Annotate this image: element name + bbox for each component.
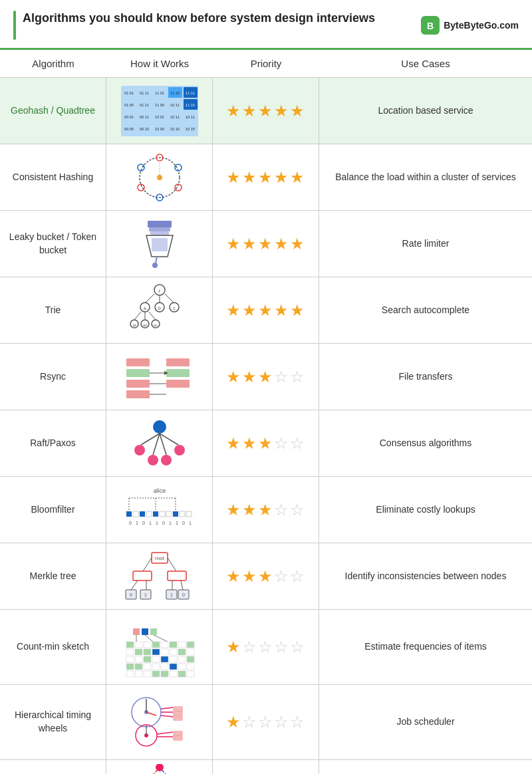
star-filled: ★ — [242, 567, 258, 586]
svg-rect-106 — [180, 511, 185, 517]
svg-rect-185 — [178, 671, 186, 677]
logo: B ByteByteGo.com — [421, 16, 519, 35]
svg-text:r: r — [158, 288, 160, 294]
svg-rect-150 — [152, 642, 160, 648]
use-case-leaky-bucket: Rate limiter — [319, 211, 532, 277]
star-filled: ★ — [226, 102, 242, 120]
algorithm-name-leaky-bucket: Leaky bucket / Token bucket — [0, 211, 106, 277]
raft-paxos-illustration — [126, 417, 193, 470]
count-min-sketch-illustration — [120, 614, 200, 680]
header: Algorithms you should know before system… — [0, 0, 532, 50]
svg-text:0: 0 — [182, 592, 185, 597]
priority-stars-rsync: ★★★☆☆ — [213, 344, 319, 410]
svg-rect-179 — [126, 671, 134, 677]
svg-text:01 11: 01 11 — [140, 103, 149, 107]
star-empty: ☆ — [274, 567, 290, 586]
star-filled: ★ — [226, 368, 242, 386]
star-filled: ★ — [226, 235, 242, 253]
algorithm-name-merkle-tree: Merkle tree — [0, 543, 106, 609]
svg-rect-165 — [144, 656, 151, 662]
svg-rect-98 — [126, 511, 132, 517]
svg-text:1: 1 — [149, 521, 152, 525]
header-accent — [13, 11, 16, 40]
star-filled: ★ — [242, 102, 258, 120]
svg-rect-107 — [186, 511, 192, 517]
svg-rect-99 — [133, 511, 138, 517]
svg-rect-127 — [133, 571, 152, 580]
logo-text: ByteByteGo.com — [444, 20, 519, 31]
star-filled: ★ — [242, 168, 258, 187]
star-filled: ★ — [242, 368, 258, 386]
star-empty: ☆ — [274, 713, 290, 731]
svg-text:alice: alice — [153, 487, 166, 494]
star-filled: ★ — [226, 638, 242, 656]
svg-rect-152 — [170, 642, 177, 648]
priority-stars-merkle-tree: ★★★☆☆ — [213, 543, 319, 609]
leaky-bucket-illustration — [133, 215, 186, 272]
svg-rect-81 — [126, 390, 150, 398]
svg-rect-181 — [144, 671, 151, 677]
star-empty: ☆ — [290, 368, 306, 386]
table-row-leaky-bucket: Leaky bucket / Token bucket ★★★★★Rate li… — [0, 211, 532, 277]
svg-line-125 — [143, 558, 152, 571]
svg-rect-160 — [170, 649, 177, 655]
algorithms-table: Geohash / Quadtree 01 0101 1111 0111 101… — [0, 78, 532, 774]
svg-text:00 00: 00 00 — [124, 127, 134, 131]
use-case-trie: Search autocomplete — [319, 277, 532, 343]
operational-transformation-illustration: O1 O2 — [120, 764, 200, 774]
svg-line-145 — [145, 635, 153, 642]
illustration-rsync — [106, 344, 213, 410]
table-row-raft-paxos: Raft/Paxos ★★★☆☆Consensus algorithms — [0, 410, 532, 477]
svg-text:1: 1 — [156, 521, 158, 525]
svg-line-126 — [168, 558, 176, 571]
use-case-merkle-tree: Identify inconsistencies between nodes — [319, 543, 532, 609]
svg-rect-78 — [126, 358, 150, 366]
table-row-consistent-hashing: Consistent Hashing ★★★★★Balance the load… — [0, 144, 532, 211]
svg-rect-157 — [144, 649, 151, 655]
star-empty: ☆ — [290, 501, 306, 519]
svg-rect-178 — [187, 664, 194, 670]
priority-stars-bloomfilter: ★★★☆☆ — [213, 477, 319, 543]
consistent-hashing-illustration — [126, 151, 193, 204]
star-filled: ★ — [226, 168, 242, 187]
svg-text:0: 0 — [182, 521, 185, 525]
trie-illustration: r a b c at an ac — [120, 282, 200, 338]
star-empty: ☆ — [242, 638, 258, 656]
star-empty: ☆ — [290, 434, 306, 453]
svg-rect-142 — [142, 628, 148, 635]
svg-point-57 — [152, 263, 158, 268]
star-empty: ☆ — [274, 501, 290, 519]
algorithm-name-hierarchical-timing-wheels: Hierarchical timing wheels — [0, 685, 106, 759]
star-filled: ★ — [258, 235, 274, 253]
use-case-count-min-sketch: Estimate frequencies of items — [319, 610, 532, 684]
svg-text:00 10: 00 10 — [140, 127, 149, 131]
svg-rect-128 — [168, 571, 186, 580]
star-filled: ★ — [274, 301, 290, 320]
illustration-consistent-hashing — [106, 144, 213, 210]
star-filled: ★ — [242, 501, 258, 519]
svg-text:1: 1 — [136, 521, 138, 525]
svg-rect-184 — [170, 671, 177, 677]
table-row-operational-transformation: Operational transformation O1 O2 ★☆☆☆☆Co… — [0, 760, 532, 774]
svg-rect-172 — [135, 664, 142, 670]
svg-rect-84 — [166, 380, 190, 388]
star-filled: ★ — [226, 434, 242, 453]
svg-text:1: 1 — [189, 521, 192, 525]
svg-line-190 — [146, 712, 156, 715]
svg-rect-101 — [146, 511, 152, 517]
star-filled: ★ — [274, 235, 290, 253]
svg-text:0: 0 — [142, 521, 145, 525]
svg-text:root: root — [155, 555, 165, 561]
star-filled: ★ — [258, 368, 274, 386]
star-filled: ★ — [290, 301, 306, 320]
svg-text:10 00: 10 00 — [155, 127, 164, 131]
algorithm-name-count-min-sketch: Count-min sketch — [0, 610, 106, 684]
star-empty: ☆ — [258, 713, 274, 731]
table-row-trie: Trie r a b c at an ac — [0, 277, 532, 344]
svg-rect-195 — [173, 711, 183, 716]
algorithm-name-bloomfilter: Bloomfilter — [0, 477, 106, 543]
svg-rect-162 — [187, 649, 194, 655]
algorithm-name-rsync: Rsync — [0, 344, 106, 410]
svg-line-62 — [165, 294, 174, 303]
svg-point-90 — [148, 455, 158, 465]
